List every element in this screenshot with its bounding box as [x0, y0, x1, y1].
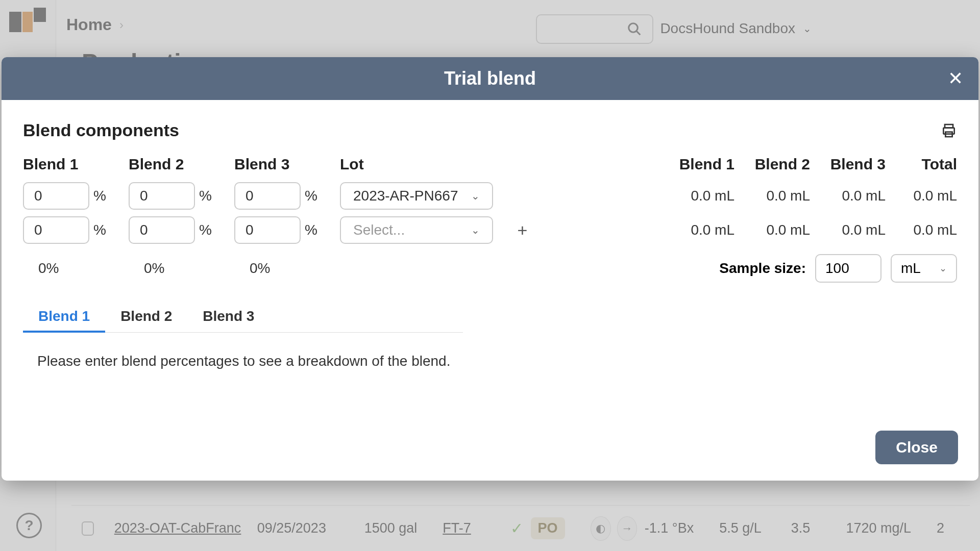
col-lot: Lot	[340, 156, 659, 173]
sample-size-label: Sample size:	[719, 260, 806, 277]
percent-sign: %	[199, 222, 212, 238]
col-blend2-out: Blend 2	[734, 156, 810, 173]
tab-blend-1[interactable]: Blend 1	[23, 302, 105, 333]
lot-select-value: 2023-AR-PN667	[353, 188, 458, 204]
col-blend1-in: Blend 1	[23, 156, 129, 173]
close-icon[interactable]: ✕	[948, 69, 963, 88]
modal-title: Trial blend	[444, 68, 536, 89]
total-pct1: 0%	[23, 260, 129, 277]
row-total-value: 0.0 mL	[898, 188, 957, 204]
modal-header: Trial blend ✕	[2, 57, 978, 100]
data-rows: %%%2023-AR-PN667⌄0.0 mL0.0 mL0.0 mL0.0 m…	[23, 182, 957, 244]
chevron-down-icon: ⌄	[471, 224, 480, 236]
percent-sign: %	[199, 188, 212, 204]
total-pct2: 0%	[129, 260, 234, 277]
percent-sign: %	[93, 222, 106, 238]
tab-blend-3[interactable]: Blend 3	[187, 302, 270, 333]
percent-sign: %	[93, 188, 106, 204]
row-total-value: 0.0 mL	[898, 222, 957, 238]
blend-pct-input[interactable]	[23, 182, 89, 210]
add-row-button[interactable]: +	[512, 220, 533, 240]
print-icon[interactable]	[941, 122, 957, 139]
blend-pct-input[interactable]	[129, 216, 195, 244]
sample-unit-value: mL	[901, 260, 921, 277]
lot-select-value: Select...	[353, 222, 405, 238]
close-button[interactable]: Close	[875, 431, 958, 464]
chevron-down-icon: ⌄	[939, 263, 947, 274]
col-blend1-out: Blend 1	[659, 156, 734, 173]
total-pct3: 0%	[234, 260, 340, 277]
col-blend3-out: Blend 3	[810, 156, 886, 173]
sample-size: Sample size: mL ⌄	[719, 254, 957, 283]
blend-tabs: Blend 1Blend 2Blend 3	[23, 302, 463, 333]
blend-pct-input[interactable]	[234, 182, 301, 210]
blend-output-value: 0.0 mL	[734, 222, 810, 238]
blend-pct-input[interactable]	[129, 182, 195, 210]
component-row: %%%Select...⌄+0.0 mL0.0 mL0.0 mL0.0 mL	[23, 216, 957, 244]
blend-output-value: 0.0 mL	[659, 222, 734, 238]
trial-blend-modal: Trial blend ✕ Blend components Blend 1 B…	[2, 57, 978, 481]
columns-header: Blend 1 Blend 2 Blend 3 Lot Blend 1 Blen…	[23, 156, 957, 173]
col-total: Total	[898, 156, 957, 173]
percent-sign: %	[305, 188, 317, 204]
chevron-down-icon: ⌄	[471, 190, 480, 202]
blend-output-value: 0.0 mL	[810, 222, 886, 238]
blend-pct-input[interactable]	[234, 216, 301, 244]
tab-blend-2[interactable]: Blend 2	[105, 302, 187, 333]
percent-sign: %	[305, 222, 317, 238]
lot-select[interactable]: 2023-AR-PN667⌄	[340, 182, 493, 210]
tab-empty-message: Please enter blend percentages to see a …	[23, 353, 957, 369]
blend-output-value: 0.0 mL	[734, 188, 810, 204]
component-row: %%%2023-AR-PN667⌄0.0 mL0.0 mL0.0 mL0.0 m…	[23, 182, 957, 210]
blend-output-value: 0.0 mL	[810, 188, 886, 204]
col-blend3-in: Blend 3	[234, 156, 340, 173]
modal-body: Blend components Blend 1 Blend 2 Blend 3…	[2, 100, 978, 420]
blend-pct-input[interactable]	[23, 216, 89, 244]
blend-output-value: 0.0 mL	[659, 188, 734, 204]
sample-unit-select[interactable]: mL ⌄	[891, 254, 957, 283]
lot-select[interactable]: Select...⌄	[340, 216, 493, 244]
section-title: Blend components	[23, 120, 179, 140]
modal-footer: Close	[2, 420, 978, 481]
col-blend2-in: Blend 2	[129, 156, 234, 173]
totals-row: 0% 0% 0% Sample size: mL ⌄	[23, 254, 957, 283]
sample-size-input[interactable]	[815, 254, 881, 283]
